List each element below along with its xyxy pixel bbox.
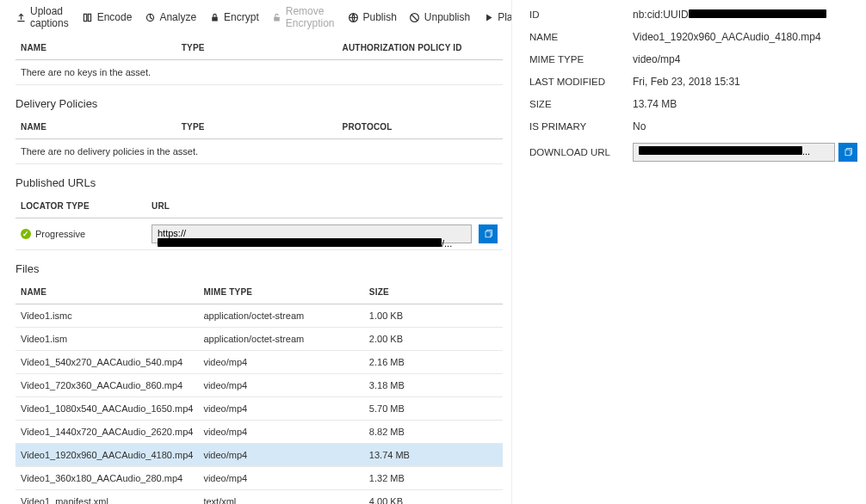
- analyze-button[interactable]: Analyze: [144, 11, 196, 23]
- copy-download-button[interactable]: [838, 143, 857, 162]
- play-label: Play: [498, 11, 512, 23]
- detail-id-label: ID: [529, 9, 633, 20]
- file-name-cell: Video1_360x180_AACAudio_280.mp4: [15, 467, 198, 490]
- delivery-header-protocol: PROTOCOL: [337, 115, 503, 139]
- encrypt-label: Encrypt: [224, 11, 259, 23]
- detail-mime-value: video/mp4: [633, 53, 857, 65]
- file-size-cell: 1.00 KB: [364, 304, 503, 328]
- encode-label: Encode: [97, 11, 133, 23]
- delivery-header-name: NAME: [15, 115, 176, 139]
- publish-label: Publish: [362, 11, 396, 23]
- file-row[interactable]: Video1_1080x540_AACAudio_1650.mp4 video/…: [15, 397, 503, 421]
- keys-header-type: TYPE: [176, 36, 337, 60]
- file-mime-cell: application/octet-stream: [198, 304, 363, 328]
- unpublish-label: Unpublish: [424, 11, 470, 23]
- upload-icon: [15, 11, 27, 23]
- detail-primary-label: IS PRIMARY: [529, 121, 633, 132]
- copy-url-button[interactable]: [479, 224, 498, 243]
- file-size-cell: 2.16 MB: [364, 351, 503, 374]
- encode-button[interactable]: Encode: [82, 11, 133, 23]
- locator-type-value: Progressive: [35, 229, 85, 239]
- remove-encryption-button: Remove Encryption: [271, 5, 336, 29]
- detail-name-label: NAME: [529, 32, 633, 42]
- file-size-cell: 13.74 MB: [364, 444, 503, 467]
- file-row[interactable]: Video1_360x180_AACAudio_280.mp4 video/mp…: [15, 467, 503, 490]
- detail-name-value: Video1_1920x960_AACAudio_4180.mp4: [633, 31, 857, 43]
- unlock-icon: [271, 11, 282, 23]
- publish-button[interactable]: Publish: [347, 11, 396, 23]
- lock-icon: [208, 11, 220, 23]
- files-table: NAME MIME TYPE SIZE Video1.ismc applicat…: [15, 280, 503, 504]
- detail-primary-row: IS PRIMARY No: [529, 120, 857, 132]
- copy-icon: [843, 147, 853, 157]
- published-urls-title: Published URLs: [15, 176, 503, 189]
- file-size-cell: 1.32 MB: [364, 467, 503, 490]
- file-row[interactable]: Video1.ism application/octet-stream 2.00…: [15, 328, 503, 351]
- file-name-cell: Video1_manifest.xml: [15, 490, 198, 505]
- file-row[interactable]: Video1_720x360_AACAudio_860.mp4 video/mp…: [15, 374, 503, 397]
- file-name-cell: Video1.ism: [15, 328, 198, 351]
- delivery-table: NAME TYPE PROTOCOL: [15, 115, 503, 139]
- svg-rect-2: [274, 16, 280, 21]
- svg-rect-5: [486, 231, 491, 237]
- published-url-row[interactable]: ✓Progressive https:///...: [15, 218, 503, 250]
- file-size-cell: 3.18 MB: [364, 374, 503, 397]
- file-mime-cell: video/mp4: [198, 351, 363, 374]
- remove-encryption-label: Remove Encryption: [286, 5, 336, 29]
- upload-captions-button[interactable]: Upload captions: [15, 5, 70, 29]
- file-size-cell: 4.00 KB: [364, 490, 503, 505]
- file-name-cell: Video1_720x360_AACAudio_860.mp4: [15, 374, 198, 397]
- play-icon: [482, 11, 494, 23]
- detail-lastmod-value: Fri, Feb 23, 2018 15:31: [633, 76, 857, 88]
- toolbar: Upload captions Encode Analyze Encrypt R…: [15, 0, 503, 36]
- file-mime-cell: video/mp4: [198, 467, 363, 490]
- analyze-label: Analyze: [159, 11, 196, 23]
- unpublish-button[interactable]: Unpublish: [409, 11, 470, 23]
- analyze-icon: [144, 11, 156, 23]
- detail-size-value: 13.74 MB: [633, 98, 857, 110]
- detail-id-row: ID nb:cid:UUID: [529, 9, 857, 21]
- file-size-cell: 5.70 MB: [364, 397, 503, 421]
- details-panel: ID nb:cid:UUID NAME Video1_1920x960_AACA…: [512, 0, 866, 504]
- published-url-field[interactable]: https:///...: [152, 224, 472, 243]
- file-row[interactable]: Video1_1920x960_AACAudio_4180.mp4 video/…: [15, 444, 503, 467]
- detail-size-label: SIZE: [529, 99, 633, 109]
- detail-lastmod-row: LAST MODIFIED Fri, Feb 23, 2018 15:31: [529, 76, 857, 88]
- file-mime-cell: video/mp4: [198, 374, 363, 397]
- file-row[interactable]: Video1.ismc application/octet-stream 1.0…: [15, 304, 503, 328]
- globe-icon: [347, 11, 359, 23]
- svg-rect-6: [845, 150, 851, 156]
- keys-header-name: NAME: [15, 36, 176, 60]
- file-row[interactable]: Video1_manifest.xml text/xml 4.00 KB: [15, 490, 503, 505]
- encode-icon: [82, 11, 94, 23]
- detail-mime-label: MIME TYPE: [529, 54, 633, 65]
- play-button[interactable]: Play: [482, 11, 512, 23]
- left-panel: Upload captions Encode Analyze Encrypt R…: [0, 0, 512, 504]
- file-name-cell: Video1_1920x960_AACAudio_4180.mp4: [15, 444, 198, 467]
- file-mime-cell: video/mp4: [198, 421, 363, 444]
- keys-header-auth: AUTHORIZATION POLICY ID: [337, 36, 503, 60]
- published-urls-table: LOCATOR TYPE URL ✓Progressive https:///.…: [15, 194, 503, 250]
- encrypt-button[interactable]: Encrypt: [208, 11, 259, 23]
- published-header-locator: LOCATOR TYPE: [15, 194, 146, 218]
- detail-mime-row: MIME TYPE video/mp4: [529, 53, 857, 65]
- file-name-cell: Video1_540x270_AACAudio_540.mp4: [15, 351, 198, 374]
- files-header-name: NAME: [15, 280, 198, 304]
- check-icon: ✓: [21, 229, 31, 239]
- detail-download-label: DOWNLOAD URL: [529, 147, 633, 157]
- prohibit-icon: [409, 11, 421, 23]
- file-mime-cell: video/mp4: [198, 444, 363, 467]
- file-mime-cell: application/octet-stream: [198, 328, 363, 351]
- file-mime-cell: text/xml: [198, 490, 363, 505]
- file-row[interactable]: Video1_540x270_AACAudio_540.mp4 video/mp…: [15, 351, 503, 374]
- delivery-empty-message: There are no delivery policies in the as…: [15, 139, 503, 164]
- files-header-size: SIZE: [364, 280, 503, 304]
- detail-id-value: nb:cid:UUID: [633, 9, 857, 21]
- file-name-cell: Video1.ismc: [15, 304, 198, 328]
- file-row[interactable]: Video1_1440x720_AACAudio_2620.mp4 video/…: [15, 421, 503, 444]
- detail-name-row: NAME Video1_1920x960_AACAudio_4180.mp4: [529, 31, 857, 43]
- download-url-field[interactable]: ...: [633, 143, 835, 162]
- copy-icon: [483, 229, 493, 239]
- file-mime-cell: video/mp4: [198, 397, 363, 421]
- detail-download-row: DOWNLOAD URL ...: [529, 143, 857, 162]
